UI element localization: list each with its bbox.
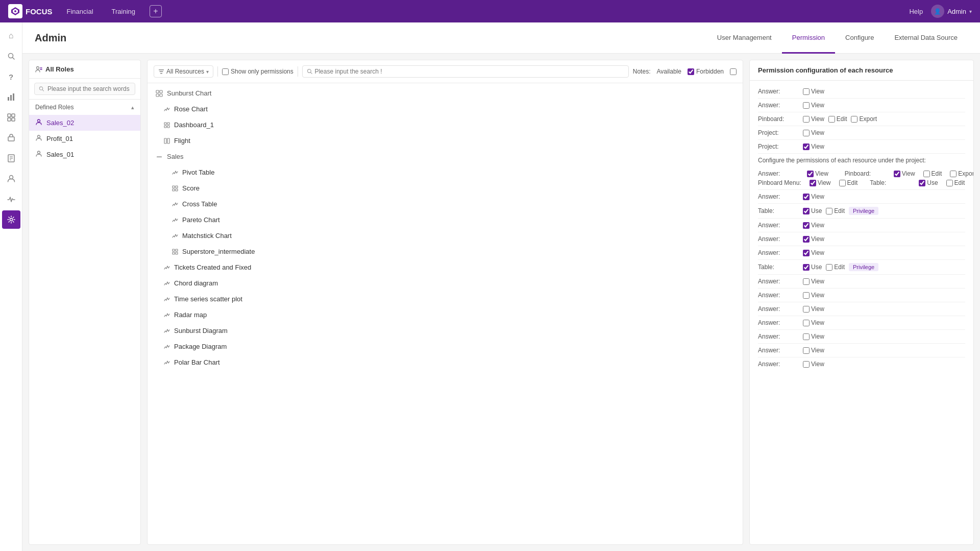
perm-view-checkbox[interactable] [810,180,816,186]
admin-menu[interactable]: 👤 Admin ▾ [931,5,972,18]
tab-permission[interactable]: Permission [782,23,835,54]
privilege-button[interactable]: Privilege [849,207,878,215]
perm-edit-checkbox[interactable] [923,171,930,177]
perm-use-label: Use [811,207,822,214]
perm-check: View [803,319,824,326]
sidebar-icon-grid[interactable] [2,108,20,127]
perm-view-checkbox[interactable] [803,347,810,354]
perm-edit-checkbox[interactable] [828,116,835,123]
resource-pivot-table[interactable]: Pivot Table [148,164,743,180]
sidebar-icon-box[interactable] [2,129,20,147]
sidebar-icon-chart[interactable] [2,88,20,106]
role-item-sales02[interactable]: Sales_02 [29,115,140,131]
perm-view-checkbox[interactable] [807,171,814,177]
collapse-roles-icon[interactable] [131,104,134,111]
svg-rect-36 [164,123,166,125]
nav-training[interactable]: Training [108,6,139,17]
resource-matchstick-chart[interactable]: Matchstick Chart [148,228,743,244]
resource-dashboard1[interactable]: Dashboard_1 [148,117,743,133]
perm-edit-label: Edit [834,207,845,214]
svg-rect-33 [160,90,162,93]
perm-view-checkbox[interactable] [803,306,810,313]
resources-filter-dropdown[interactable]: All Resources ▾ [154,65,213,78]
perm-use-checkbox[interactable] [919,180,925,186]
perm-view-checkbox[interactable] [803,143,810,150]
perm-export-checkbox[interactable] [950,171,957,177]
resource-package-diagram[interactable]: Package Diagram [148,339,743,354]
perm-edit-checkbox[interactable] [839,180,846,186]
role-item-profit01[interactable]: Profit_01 [29,131,140,147]
resource-superstore[interactable]: Superstore_intermediate [148,244,743,259]
perm-export-checkbox[interactable] [851,116,857,123]
logo[interactable]: FOCUS [8,4,53,18]
perm-view-checkbox[interactable] [803,250,810,256]
tab-configure[interactable]: Configure [835,23,884,54]
perm-view-checkbox[interactable] [803,236,810,243]
perm-use-checkbox[interactable] [803,208,810,214]
sidebar-icon-report[interactable] [2,149,20,167]
perm-edit-checkbox[interactable] [826,208,832,214]
perm-view-checkbox[interactable] [803,292,810,299]
extra-checkbox[interactable] [730,68,737,75]
sidebar-icon-pulse[interactable] [2,190,20,208]
roles-search-input[interactable] [47,85,131,92]
perm-view-checkbox[interactable] [803,116,810,123]
perm-view-checkbox[interactable] [803,194,810,200]
resource-sunburst-diagram[interactable]: Sunburst Diagram [148,323,743,339]
perm-view-checkbox[interactable] [894,171,900,177]
perm-view-checkbox[interactable] [803,320,810,326]
perm-view-label: View [811,278,824,285]
perm-use-checkbox[interactable] [803,264,810,271]
sidebar-icon-user[interactable] [2,170,20,188]
help-link[interactable]: Help [909,8,923,15]
perm-view-label: View [811,115,824,123]
perm-edit-checkbox[interactable] [946,180,953,186]
perm-view-checkbox[interactable] [803,88,810,95]
perm-check: View [894,170,915,177]
roles-search-box [29,79,140,100]
nav-financial[interactable]: Financial [63,6,97,17]
tab-external-data-source[interactable]: External Data Source [884,23,968,54]
perm-row-answer11: Answer: View [758,330,965,344]
resource-section-sales[interactable]: Sales [148,149,743,164]
separator-2 [298,66,298,77]
show-perms-checkbox[interactable] [222,68,229,75]
notes-label: Notes: [633,68,651,75]
resource-score[interactable]: Score [148,180,743,196]
svg-rect-35 [160,94,162,97]
resource-time-series[interactable]: Time series scatter plot [148,291,743,307]
svg-rect-43 [173,186,175,188]
svg-rect-7 [13,93,14,101]
sidebar-icon-home[interactable]: ⌂ [2,27,20,45]
resource-pareto-chart[interactable]: Pareto Chart [148,212,743,228]
perm-view-checkbox[interactable] [803,222,810,229]
resource-radar[interactable]: Radar map [148,307,743,323]
sidebar-icon-settings[interactable] [2,210,20,229]
resource-flight[interactable]: Flight [148,133,743,149]
privilege-button-2[interactable]: Privilege [849,263,878,271]
resource-tickets[interactable]: Tickets Created and Fixed [148,259,743,275]
perm-row-answer5: Answer: View [758,232,965,246]
resource-polar-bar[interactable]: Polar Bar Chart [148,354,743,370]
perm-view-checkbox[interactable] [803,102,810,109]
perm-view-checkbox[interactable] [803,278,810,285]
tab-user-management[interactable]: User Management [707,23,782,54]
resource-rose-chart[interactable]: Rose Chart [148,101,743,117]
perm-view-checkbox[interactable] [803,333,810,340]
perm-edit-checkbox[interactable] [826,264,832,271]
forbidden-checkbox[interactable] [688,68,694,75]
perm-view-label: View [811,305,824,313]
sidebar-icon-search[interactable] [2,47,20,65]
perm-view-checkbox[interactable] [803,361,810,368]
add-tab-button[interactable]: + [150,5,162,17]
resource-chord[interactable]: Chord diagram [148,275,743,291]
perm-view-label: View [815,170,828,177]
role-item-sales01[interactable]: Sales_01 [29,147,140,162]
sidebar-icon-help[interactable]: ? [2,67,20,86]
resource-cross-table[interactable]: Cross Table [148,196,743,212]
resource-search-input[interactable] [314,68,624,75]
resource-section-sunburst[interactable]: Sunburst Chart [148,85,743,101]
perm-edit-label: Edit [932,170,942,177]
resource-name: Time series scatter plot [174,295,242,303]
perm-view-checkbox[interactable] [803,130,810,136]
